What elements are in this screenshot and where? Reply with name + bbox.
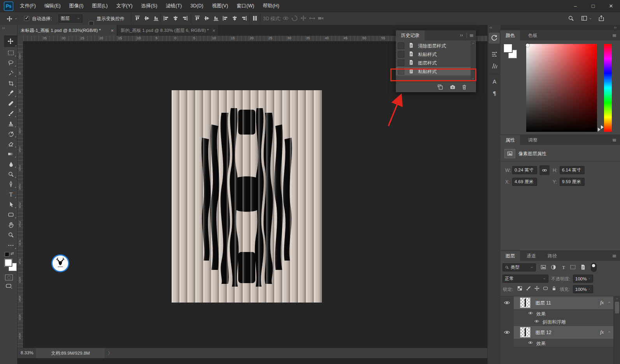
menu-item[interactable]: 帮助(H) bbox=[258, 0, 283, 12]
align-right-icon[interactable] bbox=[181, 15, 188, 22]
fill-field[interactable]: 100% bbox=[573, 285, 593, 293]
tool-preset-chevron-icon[interactable] bbox=[14, 17, 18, 21]
minimize-button[interactable]: – bbox=[566, 0, 584, 12]
tool-brush[interactable] bbox=[5, 109, 17, 118]
layers-scrollbar[interactable] bbox=[613, 296, 620, 364]
hue-slider-marker-icon[interactable] bbox=[601, 125, 604, 129]
history-row[interactable]: 清除图层样式 bbox=[396, 41, 471, 50]
history-panel-icon[interactable] bbox=[489, 33, 500, 44]
visibility-eye-icon[interactable] bbox=[528, 340, 533, 345]
layers-panel-menu-icon[interactable] bbox=[612, 254, 617, 259]
tab-channels[interactable]: 通道 bbox=[522, 251, 541, 261]
menu-item[interactable]: 滤镜(T) bbox=[162, 0, 186, 12]
x-field[interactable]: 4.69 厘米 bbox=[512, 178, 537, 186]
tool-zoom[interactable] bbox=[5, 231, 17, 239]
visibility-eye-icon[interactable] bbox=[504, 299, 510, 306]
distribute-right-icon[interactable] bbox=[241, 15, 248, 22]
scroll-up-icon[interactable] bbox=[615, 297, 619, 301]
tool-shape[interactable] bbox=[5, 210, 17, 219]
blend-mode-dropdown[interactable]: 正常 bbox=[502, 275, 548, 283]
layer-thumbnail[interactable] bbox=[520, 327, 530, 338]
search-icon[interactable] bbox=[567, 15, 574, 22]
distribute-top-icon[interactable] bbox=[194, 15, 201, 22]
menu-item[interactable]: 选择(S) bbox=[137, 0, 162, 12]
panel-collapse-icon[interactable] bbox=[459, 33, 464, 38]
opacity-field[interactable]: 100% bbox=[573, 275, 593, 283]
scroll-up-icon[interactable] bbox=[471, 42, 475, 45]
filter-type-layers-icon[interactable] bbox=[560, 264, 567, 270]
color-foreground-swatch[interactable] bbox=[504, 44, 512, 52]
menu-item[interactable]: 文字(Y) bbox=[112, 0, 137, 12]
tool-crop[interactable] bbox=[5, 79, 17, 88]
lock-position-icon[interactable] bbox=[534, 285, 540, 291]
tab-properties[interactable]: 属性 bbox=[501, 135, 520, 145]
swap-colors-icon[interactable]: ⇄ bbox=[11, 251, 14, 256]
ruler-vertical[interactable]: 10505101520253035404550556065 bbox=[18, 41, 23, 348]
status-chevron-icon[interactable]: 〉 bbox=[108, 350, 112, 357]
distribute-bottom-icon[interactable] bbox=[213, 15, 220, 22]
tool-hand[interactable] bbox=[5, 220, 17, 229]
layer-fx-badge[interactable]: fx bbox=[600, 299, 604, 306]
3d-camera-icon[interactable] bbox=[317, 15, 324, 22]
new-doc-from-state-icon[interactable] bbox=[437, 84, 443, 90]
history-row[interactable]: 图层样式 bbox=[396, 58, 471, 67]
menu-item[interactable]: 文件(F) bbox=[16, 0, 40, 12]
artboard[interactable] bbox=[172, 90, 322, 303]
tool-gradient[interactable] bbox=[5, 150, 17, 158]
menu-item[interactable]: 图层(L) bbox=[88, 0, 112, 12]
close-tab-icon[interactable]: × bbox=[212, 28, 215, 33]
screen-mode-icon[interactable] bbox=[4, 282, 13, 289]
foreground-color-swatch[interactable] bbox=[4, 259, 12, 267]
align-top-icon[interactable] bbox=[134, 15, 141, 22]
menu-item[interactable]: 编辑(E) bbox=[40, 0, 65, 12]
properties-panel-menu-icon[interactable] bbox=[612, 138, 617, 143]
color-panel-menu-icon[interactable] bbox=[612, 33, 617, 38]
quick-mask-icon[interactable] bbox=[5, 275, 13, 280]
filter-smart-objects-icon[interactable] bbox=[580, 264, 586, 270]
lock-transparency-icon[interactable] bbox=[517, 285, 523, 291]
share-icon[interactable] bbox=[598, 15, 605, 22]
history-panel-tab[interactable]: 历史记录 bbox=[396, 30, 425, 40]
layer-row[interactable]: 图层 12 fx bbox=[501, 326, 613, 339]
layer-effects-row[interactable]: 效果 bbox=[514, 309, 613, 317]
auto-select-checkbox[interactable] bbox=[24, 16, 29, 21]
y-field[interactable]: 9.59 厘米 bbox=[560, 178, 585, 186]
distribute-hcenter-icon[interactable] bbox=[231, 15, 238, 22]
align-left-icon[interactable] bbox=[163, 15, 170, 22]
history-source-checkbox[interactable] bbox=[398, 60, 404, 66]
color-gradient-field[interactable] bbox=[526, 44, 597, 132]
3d-roll-icon[interactable] bbox=[291, 15, 298, 22]
tool-extra-ellipsis[interactable] bbox=[5, 241, 17, 250]
scroll-thumb[interactable] bbox=[615, 302, 619, 313]
workspace-icon[interactable] bbox=[581, 15, 588, 22]
collapse-effects-icon[interactable] bbox=[607, 300, 611, 304]
menu-item[interactable]: 窗口(W) bbox=[232, 0, 258, 12]
tab-color[interactable]: 颜色 bbox=[501, 30, 520, 40]
tool-eyedropper[interactable] bbox=[5, 89, 17, 98]
maximize-button[interactable]: □ bbox=[584, 0, 602, 12]
history-panel-menu-icon[interactable] bbox=[469, 33, 474, 38]
link-dimensions-button[interactable] bbox=[539, 165, 550, 175]
tab-paths[interactable]: 路径 bbox=[543, 251, 562, 261]
visibility-eye-icon[interactable] bbox=[528, 310, 533, 316]
dock-collapse-left-icon[interactable] bbox=[489, 26, 493, 30]
filter-pixel-layers-icon[interactable] bbox=[540, 264, 546, 270]
filter-adjustment-layers-icon[interactable] bbox=[550, 264, 557, 270]
brush-settings-panel-icon[interactable] bbox=[491, 51, 498, 58]
lock-all-icon[interactable] bbox=[551, 285, 557, 291]
color-picker-marker[interactable] bbox=[526, 44, 529, 47]
h-field[interactable]: 6.14 英寸 bbox=[560, 166, 585, 174]
distribute-left-icon[interactable] bbox=[222, 15, 229, 22]
layer-effects-row[interactable]: 效果 bbox=[514, 339, 613, 347]
history-row[interactable]: 粘贴样式 bbox=[396, 50, 471, 58]
tool-marquee[interactable] bbox=[5, 49, 17, 57]
tool-lasso[interactable] bbox=[5, 59, 17, 67]
w-field[interactable]: 0.24 英寸 bbox=[512, 166, 537, 174]
collapse-effects-icon[interactable] bbox=[607, 330, 611, 334]
lock-pixels-icon[interactable] bbox=[525, 285, 531, 291]
tool-clone-stamp[interactable] bbox=[5, 119, 17, 128]
filter-toggle-switch[interactable] bbox=[591, 263, 597, 272]
layer-effect-bevel-row[interactable]: 斜面和浮雕 bbox=[514, 317, 613, 326]
workspace-chevron-icon[interactable] bbox=[588, 17, 592, 21]
history-source-checkbox[interactable] bbox=[398, 51, 404, 58]
